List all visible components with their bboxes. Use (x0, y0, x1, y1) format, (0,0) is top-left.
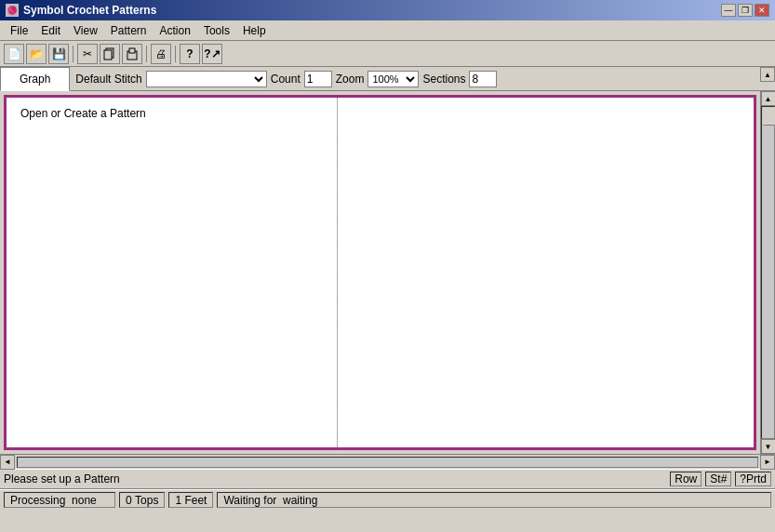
scroll-up-button[interactable]: ▲ (760, 67, 775, 82)
canvas-divider (337, 98, 338, 447)
scrollbar-thumb-v (763, 107, 775, 126)
restore-button[interactable]: ❐ (738, 4, 753, 17)
sections-label: Sections (422, 73, 465, 86)
scroll-down-btn[interactable]: ▼ (761, 439, 776, 454)
prtd-status: ?Prtd (735, 472, 771, 486)
status-bar-1: Please set up a Pattern Row St# ?Prtd (0, 469, 775, 489)
close-button[interactable]: ✕ (755, 4, 769, 17)
menu-bar: File Edit View Pattern Action Tools Help (0, 20, 775, 41)
horizontal-scrollbar: ◄ ► (0, 454, 775, 469)
minimize-button[interactable]: — (721, 4, 736, 17)
waiting-status: Waiting for waiting (217, 492, 771, 508)
title-bar: 🧶 Symbol Crochet Patterns — ❐ ✕ (0, 0, 775, 20)
sections-input[interactable] (469, 71, 497, 87)
count-input[interactable] (304, 71, 332, 87)
tops-status: 0 Tops (119, 492, 165, 508)
toolbar: 📄 📂 💾 ✂ 🖨 ? ?↗ (0, 41, 775, 67)
app-icon: 🧶 (6, 4, 19, 17)
print-button[interactable]: 🖨 (151, 44, 171, 64)
status-bar-2: Processing none 0 Tops 1 Feet Waiting fo… (0, 489, 775, 510)
cut-button[interactable]: ✂ (77, 44, 98, 64)
content-wrapper: Open or Create a Pattern ▲ ▼ (0, 91, 775, 454)
scroll-left-btn[interactable]: ◄ (0, 455, 15, 470)
window-title: Symbol Crochet Patterns (23, 4, 156, 17)
svg-rect-3 (129, 48, 135, 53)
menu-file[interactable]: File (4, 22, 34, 39)
st-status: St# (705, 472, 731, 486)
graph-tab-label: Graph (20, 73, 50, 86)
menu-tools[interactable]: Tools (197, 22, 236, 39)
zoom-select[interactable]: 100% 50% 75% 150% 200% (367, 71, 419, 87)
row-status: Row (670, 472, 702, 486)
svg-rect-1 (104, 50, 112, 60)
scrollbar-track-v[interactable] (761, 106, 775, 439)
menu-pattern[interactable]: Pattern (104, 22, 154, 39)
title-bar-left: 🧶 Symbol Crochet Patterns (6, 4, 156, 17)
count-label: Count (271, 73, 301, 86)
paste-button[interactable] (122, 44, 142, 64)
scrollbar-track-h[interactable] (17, 457, 758, 468)
separator-1 (73, 46, 73, 62)
menu-help[interactable]: Help (236, 22, 273, 39)
whatsthis-button[interactable]: ?↗ (202, 44, 222, 64)
vertical-scrollbar: ▲ ▼ (760, 91, 775, 454)
default-stitch-select[interactable] (146, 71, 267, 87)
window-frame: 🧶 Symbol Crochet Patterns — ❐ ✕ File Edi… (0, 0, 775, 510)
zoom-label: Zoom (336, 73, 365, 86)
scroll-right-btn[interactable]: ► (760, 455, 775, 470)
menu-edit[interactable]: Edit (34, 22, 67, 39)
copy-button[interactable] (100, 44, 120, 64)
menu-action[interactable]: Action (154, 22, 197, 39)
save-button[interactable]: 💾 (48, 44, 69, 64)
pattern-canvas: Open or Create a Pattern (4, 95, 756, 450)
feet-status: 1 Feet (168, 492, 213, 508)
processing-status: Processing none (4, 492, 115, 508)
open-pattern-text: Open or Create a Pattern (20, 107, 146, 120)
open-button[interactable]: 📂 (26, 44, 47, 64)
title-bar-buttons: — ❐ ✕ (721, 4, 769, 17)
default-stitch-label: Default Stitch (75, 73, 141, 86)
scroll-up-btn[interactable]: ▲ (761, 91, 776, 106)
tab-toolbar-fields: Default Stitch Count Zoom 100% 50% 75% 1… (70, 67, 760, 90)
menu-view[interactable]: View (67, 22, 104, 39)
new-button[interactable]: 📄 (4, 44, 24, 64)
status-left-text: Please set up a Pattern (4, 472, 670, 485)
separator-2 (146, 46, 147, 62)
graph-tab[interactable]: Graph (0, 67, 70, 91)
help-button[interactable]: ? (180, 44, 200, 64)
separator-3 (175, 46, 176, 62)
